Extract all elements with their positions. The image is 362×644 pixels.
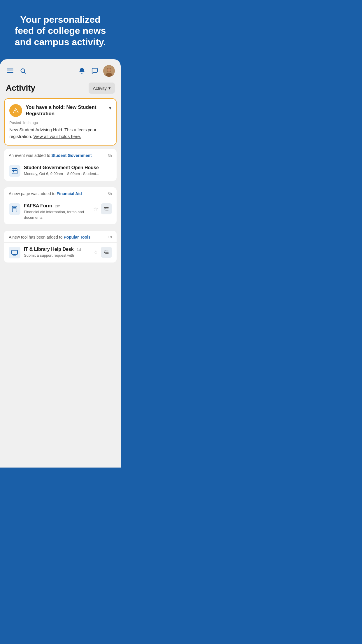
feed-section-0: An event was added to Student Government… <box>4 149 117 184</box>
feed-section-1: A new page was added to Financial Aid 5h <box>4 187 117 228</box>
app-card: Activity Activity ▾ You have a hold: New… <box>0 59 121 468</box>
alert-header: You have a hold: New Student Registratio… <box>9 104 111 117</box>
feed-item-sub-0: Monday, Oct 6, 9:00am – 8:00pm · Student… <box>24 171 112 176</box>
bell-icon[interactable] <box>78 66 86 75</box>
feed-item-title-1: FAFSA Form 2m <box>24 203 90 209</box>
feed-label-0: An event was added to Student Government… <box>4 149 117 161</box>
feed-area: You have a hold: New Student Registratio… <box>0 98 121 269</box>
feed-item-badge-2: 1d <box>77 247 81 252</box>
feed-label-link-1[interactable]: Financial Aid <box>57 191 82 196</box>
feed-item-0[interactable]: Student Government Open House Monday, Oc… <box>4 161 117 181</box>
svg-line-1 <box>24 72 25 73</box>
feed-item-title-2: IT & Library Help Desk 1d <box>24 247 90 252</box>
nav-right <box>78 65 115 77</box>
feed-item-actions-2: ☆ <box>93 247 112 258</box>
feed-item-title-0: Student Government Open House <box>24 165 112 170</box>
feed-item-content-0: Student Government Open House Monday, Oc… <box>24 165 112 176</box>
svg-rect-18 <box>12 250 17 254</box>
top-nav <box>0 59 121 80</box>
feed-item-sub-1: Financial aid information, forms and doc… <box>24 209 90 220</box>
feed-item-badge-1: 2m <box>55 204 60 208</box>
feed-item-actions-1: ☆ <box>93 203 112 214</box>
alert-body: New Student Advising Hold. This affects … <box>9 127 111 140</box>
chat-icon[interactable] <box>90 66 99 75</box>
star-button-2[interactable]: ☆ <box>93 249 99 256</box>
feed-item-1[interactable]: FAFSA Form 2m Financial aid information,… <box>4 199 117 224</box>
alert-posted: Posted 1mth ago <box>9 120 111 125</box>
feed-timestamp-1: 5h <box>108 192 112 196</box>
computer-icon <box>9 247 20 258</box>
feed-label-text-2: A new tool has been added to Popular Too… <box>9 235 91 239</box>
menu-icon[interactable] <box>6 66 15 75</box>
feed-item-content-2: IT & Library Help Desk 1d Submit a suppo… <box>24 247 90 258</box>
hero-section: Your personalized feed of college news a… <box>0 0 121 57</box>
document-icon <box>9 203 20 215</box>
avatar[interactable] <box>103 65 115 77</box>
feed-label-link-0[interactable]: Student Government <box>51 153 92 158</box>
search-icon[interactable] <box>19 66 27 75</box>
svg-rect-6 <box>12 169 17 174</box>
feed-item-content-1: FAFSA Form 2m Financial aid information,… <box>24 203 90 220</box>
warning-icon <box>9 104 22 117</box>
alert-title: You have a hold: New Student Registratio… <box>26 104 107 117</box>
star-button-1[interactable]: ☆ <box>93 205 99 212</box>
feed-label-text-0: An event was added to Student Government <box>9 153 92 158</box>
alert-card: You have a hold: New Student Registratio… <box>4 98 117 146</box>
feed-label-link-2[interactable]: Popular Tools <box>64 235 90 239</box>
nav-left <box>6 66 27 75</box>
feed-label-1: A new page was added to Financial Aid 5h <box>4 187 117 199</box>
filter-button[interactable]: Activity ▾ <box>89 83 115 94</box>
page-title: Activity <box>6 83 35 93</box>
feed-section-2: A new tool has been added to Popular Too… <box>4 231 117 266</box>
page-header: Activity Activity ▾ <box>0 80 121 98</box>
calendar-icon <box>9 165 20 177</box>
alert-icon-title: You have a hold: New Student Registratio… <box>9 104 107 117</box>
avatar-image <box>103 65 115 77</box>
list-check-button-2[interactable] <box>101 247 112 258</box>
list-check-button-1[interactable] <box>101 203 112 214</box>
filter-label: Activity <box>93 86 107 91</box>
expand-chevron-icon[interactable]: ▾ <box>107 105 111 111</box>
hero-text: Your personalized feed of college news a… <box>12 14 109 48</box>
feed-label-2: A new tool has been added to Popular Too… <box>4 231 117 243</box>
svg-point-10 <box>13 172 14 172</box>
feed-item-2[interactable]: IT & Library Help Desk 1d Submit a suppo… <box>4 243 117 262</box>
svg-point-5 <box>107 68 111 72</box>
alert-link[interactable]: View all your holds here. <box>34 134 81 139</box>
feed-label-text-1: A new page was added to Financial Aid <box>9 191 82 196</box>
filter-chevron-icon: ▾ <box>108 85 111 91</box>
feed-timestamp-2: 1d <box>108 235 112 239</box>
feed-timestamp-0: 3h <box>108 153 112 158</box>
feed-item-sub-2: Submit a support request with <box>24 253 90 258</box>
